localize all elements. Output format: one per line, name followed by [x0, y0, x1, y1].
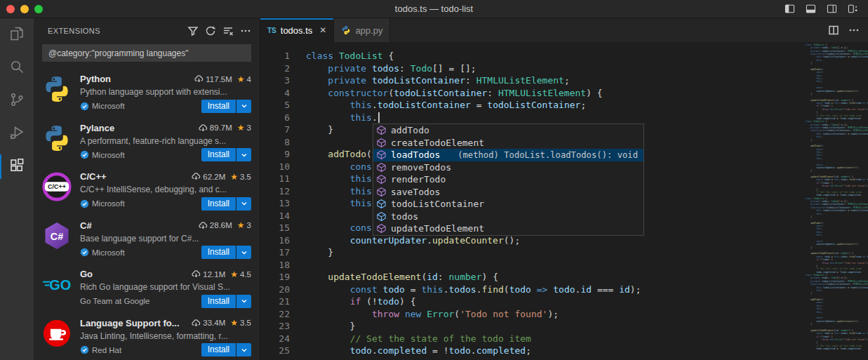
install-options-chevron[interactable]	[236, 100, 251, 113]
suggestion-loadTodos[interactable]: loadTodos (method) TodoList.loadTodos():…	[373, 149, 643, 161]
tab-todos.ts[interactable]: TStodos.ts✕	[260, 18, 334, 42]
extension-row[interactable]: Pylance 89.7M ★ 3 A performant, feature-…	[34, 116, 260, 166]
activity-bar-item-run-debug[interactable]	[0, 117, 34, 150]
suggestion-label: addTodo	[391, 125, 429, 135]
suggestion-renderTodo[interactable]: renderTodo	[373, 173, 643, 186]
line-number: 10	[260, 161, 290, 173]
toggle-secondary-sidebar-icon[interactable]	[826, 3, 838, 15]
suggestion-todoListContainer[interactable]: todoListContainer	[373, 198, 643, 211]
publisher-name: Red Hat	[92, 346, 121, 354]
suggestion-todos[interactable]: todos	[373, 211, 643, 223]
filter-icon[interactable]	[187, 25, 199, 36]
install-options-chevron[interactable]	[236, 343, 251, 356]
extension-row[interactable]: Python 117.5M ★ 4 Python language suppor…	[34, 67, 260, 116]
extension-row[interactable]: C# C# 28.6M ★ 3 Base language support fo…	[34, 214, 260, 263]
svg-text:C/C++: C/C++	[48, 183, 66, 190]
zoom-window-button[interactable]	[34, 5, 43, 13]
star-icon: ★	[230, 318, 238, 328]
symbol-method-icon	[376, 187, 387, 197]
code-line: 24 // Set the state of the todo item	[260, 333, 868, 345]
activity-bar-item-explorer[interactable]	[0, 18, 34, 51]
suggestion-createTodoElement[interactable]: createTodoElement	[373, 137, 643, 149]
line-number: 20	[260, 284, 290, 296]
install-options-chevron[interactable]	[236, 148, 251, 161]
activity-bar-item-source-control[interactable]	[0, 84, 34, 117]
install-options-chevron[interactable]	[236, 246, 251, 259]
extension-description: Python language support with extensi...	[80, 86, 251, 99]
code-line: 17 }	[260, 246, 868, 259]
split-editor-icon[interactable]	[828, 25, 839, 36]
suggestion-saveTodos[interactable]: saveTodos	[373, 186, 643, 199]
downloads-icon	[192, 319, 201, 328]
symbol-field-icon	[376, 211, 387, 222]
close-tab-icon[interactable]: ✕	[319, 25, 326, 35]
minimize-window-button[interactable]	[20, 5, 29, 13]
extension-name: Python	[80, 74, 111, 84]
extension-row[interactable]: C/C++ C/C++ 62.2M ★ 3.5 C/C++ IntelliSen…	[34, 165, 260, 214]
minimap[interactable]: class TodoList { private todos: Todo[] =…	[803, 42, 868, 360]
star-icon: ★	[237, 123, 245, 133]
tab-app.py[interactable]: app.py	[334, 18, 390, 42]
toggle-panel-icon[interactable]	[805, 3, 817, 15]
extension-description: Java Linting, Intellisense, formatting, …	[80, 330, 251, 343]
downloads-icon	[192, 269, 201, 279]
install-button[interactable]: Install	[201, 197, 236, 211]
customize-layout-icon[interactable]	[847, 3, 859, 15]
extensions-search-input[interactable]	[42, 44, 251, 62]
line-number: 2	[260, 62, 290, 75]
suggestion-removeTodos[interactable]: removeTodos	[373, 161, 643, 174]
extension-row[interactable]: Language Support fo... 33.4M ★ 3.5 Java …	[34, 312, 260, 360]
line-number: 1	[260, 50, 290, 62]
downloads-icon	[199, 124, 208, 133]
rating-value: 3.5	[240, 319, 251, 327]
code-line: 6 this.	[260, 112, 868, 124]
line-number: 24	[260, 333, 290, 345]
suggestion-updateTodoElement[interactable]: updateTodoElement	[373, 222, 643, 235]
more-icon[interactable]	[848, 25, 860, 36]
code-line: 25 todo.completed = !todo.completed;	[260, 345, 868, 357]
cpp-logo-icon: C/C++	[42, 172, 72, 201]
minimap-line: counterUpdater.updateCounter();	[806, 243, 868, 246]
line-number: 12	[260, 185, 290, 198]
install-options-chevron[interactable]	[236, 197, 251, 211]
close-window-button[interactable]	[6, 5, 15, 13]
line-number: 17	[260, 246, 290, 259]
publisher-name: Microsoft	[92, 151, 125, 159]
install-button[interactable]: Install	[201, 100, 236, 113]
verified-publisher-icon	[80, 345, 89, 354]
download-count: 33.4M	[203, 319, 225, 327]
install-button[interactable]: Install	[201, 246, 236, 259]
install-button[interactable]: Install	[201, 148, 236, 161]
more-icon[interactable]	[240, 25, 251, 36]
line-number: 7	[260, 124, 290, 136]
extension-details: Go 12.1M ★ 4.5 Rich Go language support …	[80, 267, 251, 312]
extension-publisher: Go Team at Google	[80, 297, 150, 305]
install-button[interactable]: Install	[201, 295, 236, 308]
install-button[interactable]: Install	[201, 343, 236, 356]
install-options-chevron[interactable]	[236, 295, 251, 308]
suggestion-label: saveTodos	[391, 187, 440, 197]
symbol-method-icon	[376, 162, 387, 173]
line-number: 6	[260, 112, 290, 124]
clear-search-results-icon[interactable]	[222, 25, 234, 36]
explorer-icon	[8, 25, 25, 45]
extension-row[interactable]: GO Go 12.1M ★ 4.5 Rich Go language suppo…	[34, 262, 260, 312]
suggestion-addTodo[interactable]: addTodo	[373, 124, 643, 137]
extension-stats: 12.1M ★ 4.5	[187, 269, 251, 279]
rating-value: 3	[247, 124, 251, 132]
toggle-primary-sidebar-icon[interactable]	[784, 3, 796, 15]
activity-bar-item-extensions[interactable]	[0, 150, 34, 183]
line-number: 13	[260, 197, 290, 210]
download-count: 89.7M	[210, 124, 232, 132]
code-editor[interactable]: 1class TodoList {2 private todos: Todo[]…	[260, 42, 868, 360]
refresh-icon[interactable]	[205, 25, 216, 36]
java-logo-icon	[42, 319, 72, 348]
verified-publisher-icon	[80, 102, 89, 111]
activity-bar-item-search[interactable]	[0, 51, 34, 84]
extension-description: Rich Go language support for Visual S...	[80, 281, 251, 294]
line-number: 18	[260, 259, 290, 272]
verified-publisher-icon	[80, 150, 89, 159]
sidebar-header-actions	[187, 25, 251, 36]
star-icon: ★	[230, 172, 238, 182]
extension-stats: 62.2M ★ 3.5	[187, 172, 251, 182]
